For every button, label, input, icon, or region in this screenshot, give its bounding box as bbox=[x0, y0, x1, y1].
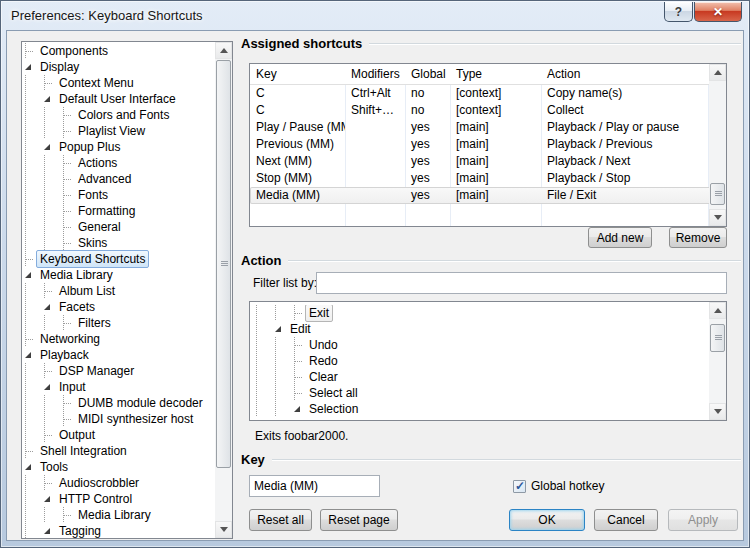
tree-item[interactable]: HTTP Control bbox=[22, 491, 215, 507]
column-header[interactable]: Modifiers bbox=[345, 64, 405, 84]
table-row[interactable]: Media (MM)yes[main]File / Exit bbox=[250, 187, 726, 204]
tree-item[interactable]: Facets bbox=[22, 299, 215, 315]
key-input[interactable] bbox=[249, 475, 380, 497]
table-row[interactable]: Previous (MM)yes[main]Playback / Previou… bbox=[250, 136, 726, 153]
tree-item[interactable]: Input bbox=[22, 379, 215, 395]
tree-item[interactable]: DUMB module decoder bbox=[22, 395, 215, 411]
tree-item[interactable]: Fonts bbox=[22, 187, 215, 203]
scrollbar-up-button[interactable] bbox=[709, 302, 726, 319]
tree-item[interactable]: Media Library bbox=[22, 507, 215, 523]
tree-guide-line bbox=[255, 385, 274, 401]
scrollbar-thumb[interactable] bbox=[216, 60, 231, 468]
tree-item[interactable]: Media Library bbox=[22, 267, 215, 283]
tree-item[interactable]: Filters bbox=[22, 315, 215, 331]
tree-item[interactable]: Keyboard Shortcuts bbox=[22, 251, 215, 267]
tree-item[interactable]: Advanced bbox=[22, 171, 215, 187]
add-new-button[interactable]: Add new bbox=[588, 227, 652, 248]
tree-expanded-arrow-icon[interactable] bbox=[274, 321, 286, 337]
tree-expanded-arrow-icon[interactable] bbox=[24, 347, 36, 363]
scrollbar-thumb[interactable] bbox=[710, 183, 725, 205]
tree-item[interactable]: Selection bbox=[253, 401, 709, 417]
help-button[interactable]: ? bbox=[664, 2, 693, 22]
global-hotkey-checkbox[interactable] bbox=[513, 480, 526, 493]
tree-expanded-arrow-icon[interactable] bbox=[293, 401, 305, 417]
tree-expanded-arrow-icon[interactable] bbox=[24, 59, 36, 75]
table-row[interactable]: CCtrl+Altno[context]Copy name(s) bbox=[250, 85, 726, 102]
tree-item[interactable]: Tools bbox=[22, 459, 215, 475]
tree-item[interactable]: Playback bbox=[22, 347, 215, 363]
ok-button[interactable]: OK bbox=[509, 509, 585, 531]
tree-item[interactable]: Clear bbox=[253, 369, 709, 385]
table-cell bbox=[345, 187, 405, 204]
scrollbar-down-button[interactable] bbox=[709, 209, 726, 226]
scrollbar-up-button[interactable] bbox=[709, 64, 726, 81]
table-row[interactable]: Play / Pause (MM)yes[main]Playback / Pla… bbox=[250, 119, 726, 136]
tree-guide-line bbox=[255, 401, 274, 417]
remove-button[interactable]: Remove bbox=[669, 227, 727, 248]
action-tree-scrollbar[interactable] bbox=[709, 302, 726, 420]
tree-guide-line bbox=[43, 203, 62, 219]
triangle-up-icon bbox=[220, 48, 228, 53]
tree-item[interactable]: Colors and Fonts bbox=[22, 107, 215, 123]
tree-expanded-arrow-icon[interactable] bbox=[43, 91, 55, 107]
help-icon: ? bbox=[675, 5, 682, 19]
tree-item[interactable]: Exit bbox=[253, 305, 709, 321]
scrollbar-thumb[interactable] bbox=[710, 324, 725, 352]
tree-expanded-arrow-icon[interactable] bbox=[24, 459, 36, 475]
tree-item[interactable]: Skins bbox=[22, 235, 215, 251]
close-button[interactable]: ✕ bbox=[694, 2, 742, 22]
tree-item-label: Tagging bbox=[55, 522, 105, 538]
tree-expanded-arrow-icon[interactable] bbox=[43, 523, 55, 538]
reset-page-button[interactable]: Reset page bbox=[320, 509, 398, 531]
table-row[interactable]: CShift+…no[context]Collect bbox=[250, 102, 726, 119]
column-header[interactable]: Key bbox=[250, 64, 345, 84]
column-header[interactable]: Global bbox=[405, 64, 450, 84]
reset-all-button[interactable]: Reset all bbox=[249, 509, 312, 531]
tree-expanded-arrow-icon[interactable] bbox=[43, 491, 55, 507]
tree-item[interactable]: MIDI synthesizer host bbox=[22, 411, 215, 427]
tree-item[interactable]: Formatting bbox=[22, 203, 215, 219]
table-cell: C bbox=[250, 102, 345, 119]
tree-item[interactable]: Album List bbox=[22, 283, 215, 299]
tree-expanded-arrow-icon[interactable] bbox=[24, 267, 36, 283]
scrollbar-down-button[interactable] bbox=[709, 403, 726, 420]
tree-item[interactable]: Context Menu bbox=[22, 75, 215, 91]
tree-item[interactable]: Shell Integration bbox=[22, 443, 215, 459]
column-header[interactable]: Action bbox=[541, 64, 708, 84]
table-row[interactable]: Stop (MM)yes[main]Playback / Stop bbox=[250, 170, 726, 187]
title-bar[interactable]: Preferences: Keyboard Shortcuts ? ✕ bbox=[1, 1, 749, 30]
nav-tree-scrollbar[interactable] bbox=[215, 42, 232, 538]
tree-item[interactable]: Default User Interface bbox=[22, 91, 215, 107]
tree-item[interactable]: Select all bbox=[253, 385, 709, 401]
apply-button[interactable]: Apply bbox=[668, 509, 738, 531]
preferences-nav-tree: ComponentsDisplayContext MenuDefault Use… bbox=[21, 41, 233, 539]
tree-item[interactable]: Popup Plus bbox=[22, 139, 215, 155]
tree-item[interactable]: Audioscrobbler bbox=[22, 475, 215, 491]
tree-item[interactable]: Edit bbox=[253, 321, 709, 337]
global-hotkey-label: Global hotkey bbox=[531, 479, 604, 493]
cancel-button[interactable]: Cancel bbox=[594, 509, 658, 531]
table-row[interactable]: Next (MM)yes[main]Playback / Next bbox=[250, 153, 726, 170]
tree-item[interactable]: Components bbox=[22, 43, 215, 59]
table-scrollbar[interactable] bbox=[709, 64, 726, 226]
tree-expanded-arrow-icon[interactable] bbox=[43, 379, 55, 395]
tree-item[interactable]: Display bbox=[22, 59, 215, 75]
table-cell: Collect bbox=[541, 102, 708, 119]
tree-item[interactable]: Tagging bbox=[22, 523, 215, 538]
scrollbar-down-button[interactable] bbox=[215, 521, 232, 538]
tree-item[interactable]: Redo bbox=[253, 353, 709, 369]
tree-guide-line bbox=[43, 411, 62, 427]
filter-input[interactable] bbox=[316, 272, 727, 294]
tree-item[interactable]: Networking bbox=[22, 331, 215, 347]
tree-item[interactable]: Undo bbox=[253, 337, 709, 353]
tree-item[interactable]: Playlist View bbox=[22, 123, 215, 139]
tree-item[interactable]: General bbox=[22, 219, 215, 235]
tree-expanded-arrow-icon[interactable] bbox=[43, 139, 55, 155]
tree-connector bbox=[62, 315, 74, 331]
tree-expanded-arrow-icon[interactable] bbox=[43, 299, 55, 315]
scrollbar-up-button[interactable] bbox=[215, 42, 232, 59]
tree-item[interactable]: DSP Manager bbox=[22, 363, 215, 379]
tree-item[interactable]: Output bbox=[22, 427, 215, 443]
column-header[interactable]: Type bbox=[450, 64, 541, 84]
tree-item[interactable]: Actions bbox=[22, 155, 215, 171]
